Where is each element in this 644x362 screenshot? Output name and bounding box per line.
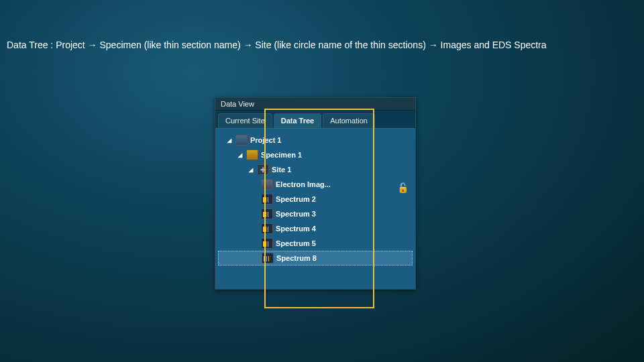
data-view-panel: Data View Current Site Data Tree Automat…	[215, 97, 416, 290]
tree-label: Spectrum 3	[276, 210, 316, 218]
expand-arrow-icon[interactable]: ◢	[237, 152, 244, 158]
tab-current-site[interactable]: Current Site	[218, 113, 272, 128]
expand-arrow-icon[interactable]: ◢	[226, 137, 233, 143]
spectrum-icon	[261, 208, 273, 219]
spectrum-icon	[261, 238, 273, 249]
tree-area: 🔓 ◢ Project 1 ◢ Specimen 1 ◢ Site 1 Elec…	[215, 128, 415, 289]
tree-label: Site 1	[272, 166, 291, 174]
tab-bar: Current Site Data Tree Automation	[215, 111, 415, 128]
tree-item[interactable]: Electron Imag...	[218, 177, 413, 192]
tree-item[interactable]: Spectrum 3	[218, 206, 413, 221]
tree-label: Spectrum 2	[276, 195, 316, 203]
tree-item[interactable]: Spectrum 8	[218, 251, 413, 265]
tree-label: Electron Imag...	[276, 180, 331, 188]
panel-title: Data View	[215, 98, 415, 111]
spectrum-icon	[261, 194, 273, 204]
tree-specimen[interactable]: ◢ Specimen 1	[218, 147, 413, 162]
project-icon	[235, 135, 248, 145]
specimen-icon	[246, 149, 258, 160]
spectrum-icon	[261, 223, 273, 234]
tree-item[interactable]: Spectrum 5	[218, 236, 413, 251]
tab-automation[interactable]: Automation	[323, 113, 375, 128]
tab-data-tree[interactable]: Data Tree	[274, 113, 322, 128]
tree-label: Spectrum 4	[276, 225, 316, 233]
tree-label: Spectrum 5	[276, 239, 316, 247]
site-icon	[257, 164, 269, 175]
tree-label: Project 1	[250, 136, 281, 144]
expand-arrow-icon[interactable]: ◢	[248, 166, 254, 173]
tree-site[interactable]: ◢ Site 1	[218, 162, 413, 177]
tree-label: Specimen 1	[261, 151, 302, 159]
slide-caption: Data Tree : Project → Specimen (like thi…	[7, 39, 631, 52]
spectrum-icon	[262, 253, 274, 263]
tree-label: Spectrum 8	[276, 254, 317, 262]
tree-item[interactable]: Spectrum 2	[218, 192, 413, 206]
tree-item[interactable]: Spectrum 4	[218, 221, 413, 236]
image-icon	[261, 179, 273, 190]
unlock-icon[interactable]: 🔓	[397, 182, 409, 193]
tree-project[interactable]: ◢ Project 1	[218, 133, 413, 147]
